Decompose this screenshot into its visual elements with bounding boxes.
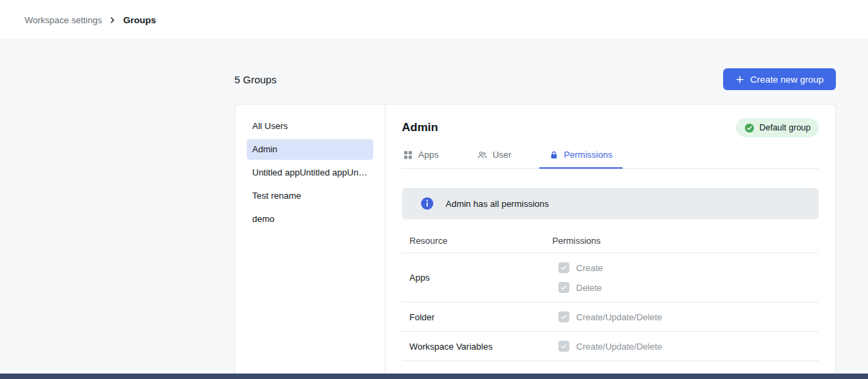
create-new-group-label: Create new group bbox=[750, 74, 824, 85]
group-detail-panel: Admin Default group Apps bbox=[385, 104, 835, 379]
table-header-row: Resource Permissions bbox=[402, 236, 819, 253]
group-list: All Users Admin Untitled appUntitled app… bbox=[235, 104, 385, 379]
info-banner-text: Admin has all permissions bbox=[446, 199, 549, 209]
group-list-item-demo[interactable]: demo bbox=[247, 209, 373, 229]
table-row: Apps Create bbox=[402, 253, 819, 303]
top-bar: Workspace settings Groups bbox=[0, 0, 868, 40]
default-group-badge: Default group bbox=[736, 118, 819, 137]
detail-header: Admin Default group bbox=[402, 118, 819, 137]
checkbox-checked-icon[interactable] bbox=[558, 282, 569, 293]
users-icon bbox=[477, 150, 487, 160]
groups-card: All Users Admin Untitled appUntitled app… bbox=[234, 104, 836, 379]
tab-permissions-label: Permissions bbox=[564, 150, 612, 160]
column-header-permissions: Permissions bbox=[552, 236, 601, 246]
checkbox-checked-icon[interactable] bbox=[558, 311, 569, 322]
bottom-bar bbox=[0, 374, 868, 379]
grid-icon bbox=[403, 150, 413, 160]
default-group-badge-label: Default group bbox=[759, 123, 811, 132]
breadcrumb-workspace-settings[interactable]: Workspace settings bbox=[25, 15, 102, 25]
tab-apps-label: Apps bbox=[418, 150, 439, 160]
group-title: Admin bbox=[402, 121, 438, 135]
check-circle-icon bbox=[744, 123, 755, 133]
main-area: 5 Groups Create new group All Users Admi… bbox=[0, 41, 868, 379]
permissions-cell: Create/Update/Delete bbox=[552, 341, 662, 352]
permissions-cell: Create/Update/Delete bbox=[552, 311, 662, 322]
tab-user-label: User bbox=[493, 150, 511, 160]
permission-create: Create bbox=[558, 262, 603, 273]
table-row: Folder Create/Update/Delete bbox=[402, 303, 819, 332]
resource-label: Folder bbox=[409, 312, 552, 322]
info-banner: Admin has all permissions bbox=[402, 188, 819, 219]
permission-crud: Create/Update/Delete bbox=[558, 341, 662, 352]
permission-label: Delete bbox=[576, 283, 602, 293]
permission-label: Create/Update/Delete bbox=[576, 341, 662, 352]
group-list-item-untitled-app[interactable]: Untitled appUntitled appUntitle… bbox=[247, 163, 373, 183]
create-new-group-button[interactable]: Create new group bbox=[723, 68, 836, 90]
checkbox-checked-icon[interactable] bbox=[558, 341, 569, 352]
column-header-resource: Resource bbox=[409, 236, 552, 246]
group-list-item-admin[interactable]: Admin bbox=[247, 139, 373, 160]
permissions-table: Resource Permissions Apps Create bbox=[402, 236, 819, 361]
resource-label: Workspace Variables bbox=[409, 341, 552, 352]
plus-icon bbox=[735, 75, 744, 84]
heading-row: 5 Groups Create new group bbox=[234, 68, 836, 90]
lock-icon bbox=[550, 150, 558, 160]
permissions-cell: Create Delete bbox=[552, 262, 603, 293]
page: Workspace settings Groups 5 Groups Creat… bbox=[0, 0, 868, 379]
group-list-item-test-rename[interactable]: Test rename bbox=[247, 186, 373, 206]
groups-count-label: 5 Groups bbox=[234, 74, 277, 85]
detail-tabs: Apps User Permissions bbox=[402, 148, 819, 169]
permission-label: Create bbox=[576, 263, 603, 273]
checkbox-checked-icon[interactable] bbox=[558, 262, 569, 273]
breadcrumb-groups: Groups bbox=[123, 15, 156, 25]
tab-user[interactable]: User bbox=[467, 148, 521, 168]
group-list-item-all-users[interactable]: All Users bbox=[247, 116, 373, 137]
info-icon bbox=[420, 197, 434, 210]
permission-crud: Create/Update/Delete bbox=[558, 311, 662, 322]
table-row: Workspace Variables Create/Update/Delete bbox=[402, 332, 819, 361]
permission-label: Create/Update/Delete bbox=[576, 312, 662, 322]
chevron-right-icon bbox=[109, 16, 116, 24]
resource-label: Apps bbox=[409, 272, 552, 283]
tab-permissions[interactable]: Permissions bbox=[539, 148, 623, 168]
breadcrumb: Workspace settings Groups bbox=[25, 15, 156, 25]
tab-apps[interactable]: Apps bbox=[402, 148, 449, 168]
permission-delete: Delete bbox=[558, 282, 603, 293]
